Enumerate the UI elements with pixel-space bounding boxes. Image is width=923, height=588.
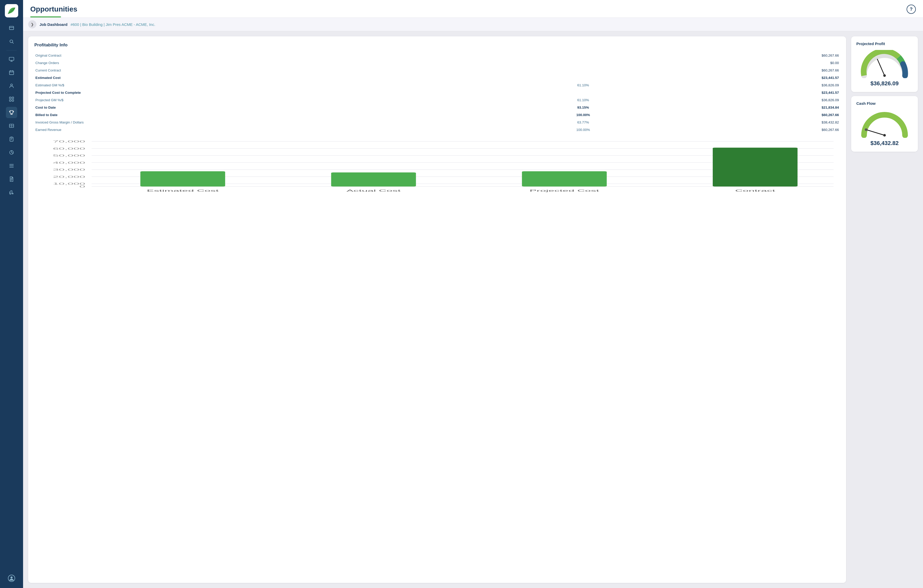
projected-profit-value: $36,826.09 — [870, 80, 898, 87]
row-label: Estimated GM %/$ — [34, 82, 509, 89]
sidebar-bottom — [6, 573, 17, 584]
row-value: $21,834.84 — [657, 104, 840, 111]
row-mid: 61.10% — [509, 82, 657, 89]
row-mid: 61.10% — [509, 96, 657, 104]
row-value: $23,441.57 — [657, 89, 840, 96]
row-value: $36,826.09 — [657, 82, 840, 89]
svg-rect-37 — [522, 171, 607, 187]
svg-point-42 — [883, 74, 886, 77]
svg-text:40,000: 40,000 — [53, 161, 85, 164]
cash-flow-value: $36,432.82 — [870, 140, 898, 147]
tractor-icon[interactable] — [6, 187, 17, 198]
row-label: Original Contract — [34, 52, 509, 59]
table-row: Billed to Date100.00%$60,267.66 — [34, 111, 840, 119]
row-value: $60,267.66 — [657, 111, 840, 119]
cash-flow-gauge: $36,432.82 — [856, 110, 913, 147]
header: Opportunities ? — [23, 0, 923, 18]
row-value: $60,267.66 — [657, 126, 840, 133]
row-mid — [509, 52, 657, 59]
main-content: Opportunities ? ❯ Job Dashboard #600 | B… — [23, 0, 923, 588]
breadcrumb: ❯ Job Dashboard #600 | Bio Building | Ji… — [23, 18, 923, 31]
svg-line-41 — [877, 59, 885, 75]
dollar-icon[interactable] — [6, 23, 17, 34]
svg-text:70,000: 70,000 — [53, 140, 85, 143]
doc-icon[interactable] — [6, 174, 17, 185]
header-underline — [30, 16, 61, 17]
row-label: Estimated Cost — [34, 74, 509, 82]
svg-rect-35 — [331, 172, 416, 187]
table-row: Projected GM %/$61.10%$36,826.09 — [34, 96, 840, 104]
table-row: Earned Revenue100.00%$60,267.66 — [34, 126, 840, 133]
svg-text:20,000: 20,000 — [53, 175, 85, 179]
row-mid: 100.00% — [509, 126, 657, 133]
svg-rect-6 — [10, 97, 11, 99]
row-mid: 93.15% — [509, 104, 657, 111]
help-button[interactable]: ? — [907, 5, 916, 14]
svg-point-16 — [10, 577, 13, 578]
svg-text:Estimated Cost: Estimated Cost — [147, 189, 219, 192]
svg-point-45 — [865, 128, 867, 131]
breadcrumb-job-label: Job Dashboard — [39, 22, 67, 27]
sidebar — [0, 0, 23, 588]
row-value: $23,441.57 — [657, 74, 840, 82]
row-value: $60,267.66 — [657, 67, 840, 74]
chart-line-icon[interactable] — [6, 120, 17, 131]
pie-icon[interactable] — [6, 147, 17, 158]
projected-profit-title: Projected Profit — [856, 41, 913, 46]
svg-rect-9 — [12, 100, 13, 101]
row-mid — [509, 67, 657, 74]
user-avatar-icon[interactable] — [6, 573, 17, 584]
row-label: Current Contract — [34, 67, 509, 74]
grid-icon[interactable] — [6, 93, 17, 105]
breadcrumb-toggle[interactable]: ❯ — [28, 20, 36, 28]
breadcrumb-detail: #600 | Bio Building | Jim Pres ACME - AC… — [71, 22, 155, 27]
profitability-table: Original Contract$60,267.66Change Orders… — [34, 52, 840, 133]
svg-text:Actual Cost: Actual Cost — [347, 189, 401, 192]
table-row: Change Orders$0.00 — [34, 59, 840, 67]
table-row: Cost to Date93.15%$21,834.84 — [34, 104, 840, 111]
row-mid: 100.00% — [509, 111, 657, 119]
row-value: $36,826.09 — [657, 96, 840, 104]
calendar-icon[interactable] — [6, 67, 17, 78]
svg-rect-39 — [713, 147, 798, 187]
app-logo[interactable] — [5, 4, 18, 18]
row-value: $38,432.82 — [657, 119, 840, 126]
table-row: Estimated GM %/$61.10%$36,826.09 — [34, 82, 840, 89]
list-icon[interactable] — [6, 160, 17, 171]
svg-point-5 — [10, 84, 12, 86]
right-panel: Projected Profit — [851, 36, 918, 583]
svg-text:0: 0 — [79, 185, 85, 188]
projected-profit-card: Projected Profit — [851, 36, 918, 92]
svg-text:60,000: 60,000 — [53, 147, 85, 150]
row-mid: 63.77% — [509, 119, 657, 126]
row-value: $60,267.66 — [657, 52, 840, 59]
search-icon[interactable] — [6, 36, 17, 47]
row-label: Projected GM %/$ — [34, 96, 509, 104]
row-label: Earned Revenue — [34, 126, 509, 133]
table-row: Projected Cost to Complete$23,441.57 — [34, 89, 840, 96]
svg-text:50,000: 50,000 — [53, 154, 85, 157]
row-label: Projected Cost to Complete — [34, 89, 509, 96]
trophy-icon[interactable] — [6, 107, 17, 118]
table-row: Estimated Cost$23,441.57 — [34, 74, 840, 82]
svg-rect-3 — [9, 57, 14, 61]
svg-text:30,000: 30,000 — [53, 168, 85, 171]
clipboard-icon[interactable] — [6, 133, 17, 145]
projected-profit-gauge: $36,826.09 — [856, 50, 913, 87]
svg-text:Contract: Contract — [735, 189, 775, 192]
svg-rect-1 — [10, 26, 14, 30]
profitability-title: Profitability Info — [34, 43, 840, 47]
svg-text:10,000: 10,000 — [53, 182, 85, 185]
row-value: $0.00 — [657, 59, 840, 67]
row-label: Cost to Date — [34, 104, 509, 111]
page-title: Opportunities — [30, 5, 77, 13]
left-panel: Profitability Info Original Contract$60,… — [28, 36, 846, 583]
person-icon[interactable] — [6, 80, 17, 92]
row-label: Change Orders — [34, 59, 509, 67]
svg-line-43 — [866, 129, 885, 135]
cash-flow-card: Cash Flow $36,432.82 — [851, 96, 918, 152]
table-row: Current Contract$60,267.66 — [34, 67, 840, 74]
monitor-icon[interactable] — [6, 54, 17, 65]
cash-flow-title: Cash Flow — [856, 101, 913, 106]
sidebar-divider-1 — [7, 50, 16, 51]
